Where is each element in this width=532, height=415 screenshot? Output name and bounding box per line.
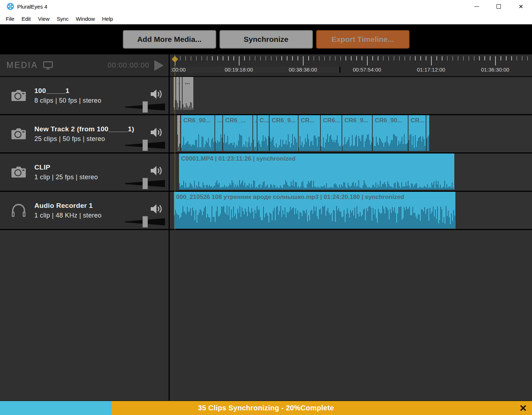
track-subtitle: 1 clip | 25 fps | stereo (34, 174, 98, 181)
ruler-tick (308, 56, 309, 60)
play-icon[interactable] (154, 60, 164, 71)
menu-item-view[interactable]: View (34, 14, 53, 23)
volume-slider-handle[interactable] (142, 101, 148, 113)
app-window: PluralEyes 4 ✕ FileEditViewSyncWindowHel… (0, 0, 532, 415)
speaker-icon[interactable] (150, 88, 163, 101)
clip-label: C0001.MP4 | 01:23:11:26 | synchronized (181, 155, 295, 162)
menu-item-edit[interactable]: Edit (18, 14, 34, 23)
track-info: Audio Recorder 11 clip | 48 KHz | stereo (34, 202, 102, 219)
menu-item-help[interactable]: Help (98, 14, 117, 23)
track-header-3[interactable]: CLIP1 clip | 25 fps | stereo (0, 153, 169, 192)
timeline-clip[interactable]: . (426, 115, 429, 151)
volume-slider[interactable] (125, 216, 165, 228)
timeline-clip[interactable]: C0001.MP4 | 01:23:11:26 | synchronized (179, 153, 454, 190)
track-header-1[interactable]: 100_____18 clips | 50 fps | stereo (0, 77, 169, 115)
close-icon[interactable]: ✕ (510, 0, 532, 13)
timeline-clip[interactable]: 000_210526 108 утренник вроде солнышко.m… (174, 192, 455, 229)
clip-label: CR... (411, 117, 425, 124)
sync-status-text: 35 Clips Synchronizing - 20%Complete (198, 404, 334, 412)
ruler-tick (527, 56, 528, 60)
timeline-clip[interactable]: CR6_90... (181, 115, 214, 151)
timeline-clip[interactable]: ... (176, 77, 179, 110)
ruler-tick (447, 56, 448, 60)
ruler-tick (196, 56, 197, 60)
maximize-icon[interactable] (488, 0, 510, 13)
minimize-icon[interactable] (465, 0, 488, 13)
timeline-clip[interactable]: CR6_9... (270, 115, 298, 151)
menu-item-window[interactable]: Window (72, 14, 98, 23)
timeline-clip[interactable]: ... (215, 115, 222, 151)
timeline-clip[interactable]: C... (257, 115, 269, 151)
volume-slider[interactable] (125, 178, 165, 189)
timeline-clip[interactable]: CR6_90... (373, 115, 408, 151)
timecode-display: 00:00:00:00 (107, 61, 149, 69)
export-timeline-button[interactable]: Export Timeline... (316, 30, 410, 49)
volume-slider-handle[interactable] (142, 140, 148, 151)
ruler-tick (378, 56, 378, 60)
speaker-icon[interactable] (150, 203, 163, 216)
ruler-tick (522, 56, 523, 60)
monitor-icon[interactable] (43, 61, 53, 70)
clip-label: . (429, 117, 429, 124)
camera-icon (9, 89, 28, 102)
ruler-tick (511, 56, 512, 60)
ruler-tick (330, 56, 330, 60)
volume-slider[interactable] (125, 101, 165, 113)
timeline-clip[interactable]: CR... (299, 115, 320, 151)
track-lane-4: 000_210526 108 утренник вроде солнышко.m… (170, 192, 532, 230)
track-header-list: 100_____18 clips | 50 fps | stereoNew Tr… (0, 77, 169, 230)
track-header-4[interactable]: Audio Recorder 11 clip | 48 KHz | stereo (0, 192, 169, 230)
timeline-clip[interactable] (174, 77, 175, 110)
ruler-tick (281, 56, 282, 60)
close-status-icon[interactable]: ✕ (519, 404, 527, 413)
ruler-label: 01:36:30:00 (481, 67, 509, 73)
synchronize-button[interactable]: Synchronize (219, 30, 313, 49)
ruler-tick (276, 56, 277, 60)
ruler-tick (453, 56, 453, 60)
ruler-tick (244, 56, 245, 60)
clip-label: CR... (301, 117, 315, 124)
clip-label: ... (178, 79, 179, 86)
menu-item-file[interactable]: File (2, 14, 18, 23)
app-icon (6, 3, 14, 10)
volume-slider[interactable] (125, 140, 165, 151)
track-title: New Track 2 (from 100_____1) (34, 125, 134, 133)
volume-slider-handle[interactable] (142, 178, 148, 189)
ruler-tick (426, 56, 426, 60)
clip-label: CR6... (323, 117, 340, 124)
timeline-clip[interactable]: CR6_... (223, 115, 252, 151)
timeline-clip[interactable]: ... (183, 77, 193, 110)
track-header-2[interactable]: New Track 2 (from 100_____1)25 clips | 5… (0, 115, 169, 153)
ruler-tick (431, 56, 432, 65)
ruler-tick (442, 56, 442, 60)
timeline-ruler[interactable]: :00:0000:19:18:0000:38:36:0000:57:54:000… (170, 54, 532, 77)
toolbar: Add More Media... Synchronize Export Tim… (0, 24, 532, 54)
track-lane-2: .CR6_90......CR6_.....C...CR6_9...CR...C… (170, 115, 532, 153)
volume-slider-handle[interactable] (142, 216, 148, 228)
speaker-icon[interactable] (150, 127, 163, 140)
ruler-tick (191, 56, 192, 60)
timeline-clip[interactable]: . (177, 115, 180, 151)
timeline-clip[interactable]: CR6... (321, 115, 342, 151)
ruler-label: 00:19:18:00 (224, 67, 253, 73)
timeline-clip[interactable]: CR... (408, 115, 426, 151)
speaker-icon[interactable] (150, 165, 163, 178)
ruler-tick (314, 56, 314, 60)
ruler-tick (239, 56, 240, 65)
timeline-clip[interactable]: CR6_9... (342, 115, 372, 151)
timeline-clip[interactable]: .. (253, 115, 257, 151)
ruler-tick (202, 56, 202, 60)
timeline-clip[interactable] (180, 77, 182, 110)
clip-label: CR6_... (225, 117, 246, 124)
clip-label: CR6_9... (344, 117, 368, 124)
clip-label: CR6_90... (183, 117, 211, 124)
clip-label: 000_210526 108 утренник вроде солнышко.m… (176, 194, 404, 201)
menu-item-sync[interactable]: Sync (53, 14, 72, 23)
ruler-tick (335, 56, 336, 60)
add-more-media-button[interactable]: Add More Media... (123, 30, 216, 49)
playhead-marker[interactable] (171, 56, 178, 62)
headphones-icon (9, 203, 28, 218)
ruler-tick (372, 56, 373, 60)
ruler-tick (185, 56, 186, 60)
ruler-label: 01:17:12:00 (417, 67, 445, 73)
